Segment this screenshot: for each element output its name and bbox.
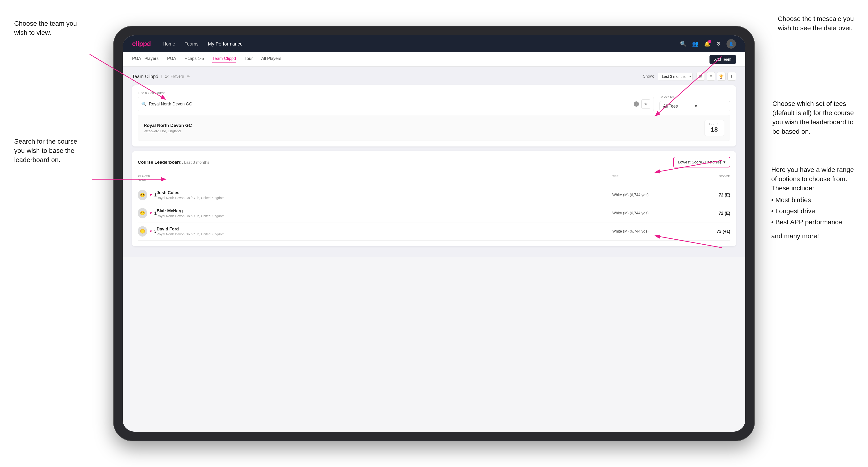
tab-pgat-players[interactable]: PGAT Players: [132, 56, 158, 63]
annotation-tees: Choose which set of tees(default is all)…: [772, 99, 854, 136]
player-count: 14 Players: [165, 74, 184, 79]
player-2-avatar: 🙂: [138, 208, 147, 218]
course-search-input[interactable]: [149, 102, 631, 106]
favorite-button[interactable]: ★: [641, 99, 650, 109]
leaderboard-card: Course Leaderboard, Last 3 months Lowest…: [132, 151, 736, 246]
player-2-rank: 1: [154, 211, 157, 216]
player-2-name: Blair McHarg: [157, 209, 612, 214]
player-1-heart: ♥: [150, 193, 152, 197]
edit-team-icon[interactable]: ✏: [187, 74, 190, 79]
player-row: 🙂 ♥ 1 Blair McHarg Royal North Devon Gol…: [138, 204, 730, 222]
list-view-button[interactable]: ≡: [707, 72, 715, 81]
course-result-info: Royal North Devon GC Westward Ho!, Engla…: [144, 123, 192, 133]
annotation-choose-team: Choose the team you wish to view.: [14, 19, 90, 37]
add-team-button[interactable]: Add Team: [710, 55, 736, 64]
find-course-label: Find a Golf Course: [138, 91, 654, 95]
option-app: Best APP performance: [771, 217, 854, 227]
subnav-tabs: PGAT Players PGA Hcaps 1-5 Team Clippd T…: [132, 56, 710, 63]
course-result-name: Royal North Devon GC: [144, 123, 192, 128]
ipad-screen: clippd Home Teams My Performance 🔍 👥 🔔 1…: [123, 35, 745, 432]
player-1-club: Royal North Devon Golf Club, United King…: [157, 196, 612, 200]
tee-select-dropdown[interactable]: All Tees ▾: [659, 101, 730, 111]
leaderboard-title: Course Leaderboard, Last 3 months: [138, 160, 209, 165]
ipad-device: clippd Home Teams My Performance 🔍 👥 🔔 1…: [113, 26, 755, 441]
avatar-button[interactable]: 👤: [726, 39, 736, 49]
score-type-button[interactable]: Lowest Score (18 holes) ▾: [673, 157, 730, 167]
annotation-choose-team-text: Choose the team you wish to view.: [14, 20, 77, 36]
bell-button[interactable]: 🔔 1: [704, 41, 710, 47]
subnav: PGAT Players PGA Hcaps 1-5 Team Clippd T…: [123, 52, 745, 66]
leaderboard-header: Course Leaderboard, Last 3 months Lowest…: [138, 157, 730, 167]
download-button[interactable]: ⬇: [727, 72, 736, 81]
chevron-down-icon: ▾: [695, 103, 727, 109]
main-content: Team Clippd | 14 Players ✏ Show: Last 3 …: [123, 66, 745, 257]
player-2-tee: White (M) (6,744 yds): [612, 211, 683, 215]
search-icon: 🔍: [141, 101, 147, 106]
trophy-button[interactable]: 🏆: [717, 72, 725, 81]
player-rank-2: 🙂 ♥ 1: [138, 208, 157, 218]
annotation-timescale: Choose the timescale youwish to see the …: [778, 14, 854, 33]
nav-teams[interactable]: Teams: [185, 41, 198, 47]
tab-tour[interactable]: Tour: [244, 56, 253, 63]
annotation-timescale-text: Choose the timescale youwish to see the …: [778, 15, 854, 32]
holes-label: Holes: [709, 123, 719, 126]
leaderboard-title-row: Course Leaderboard, Last 3 months: [138, 160, 209, 165]
course-search-group: Find a Golf Course 🔍 × ★: [138, 91, 654, 111]
nav-home[interactable]: Home: [162, 41, 175, 47]
grid-view-button[interactable]: ⊞: [696, 72, 705, 81]
team-controls: Show: Last 3 months ⊞ ≡ 🏆 ⬇: [643, 72, 736, 81]
player-2-heart: ♥: [150, 211, 152, 215]
player-1-rank: 1: [154, 193, 157, 198]
player-3-score: 73 (+1): [683, 229, 730, 234]
col-player-name-spacer: [157, 175, 612, 182]
player-3-info: David Ford Royal North Devon Golf Club, …: [157, 227, 612, 236]
player-3-heart: ♥: [150, 229, 152, 234]
team-header: Team Clippd | 14 Players ✏ Show: Last 3 …: [132, 72, 736, 81]
holes-number: 18: [709, 126, 719, 133]
clear-search-button[interactable]: ×: [634, 101, 639, 106]
col-tee: TEE: [612, 175, 683, 182]
nav-my-performance[interactable]: My Performance: [208, 41, 243, 47]
course-result-row: Royal North Devon GC Westward Ho!, Engla…: [138, 115, 730, 141]
score-type-label: Lowest Score (18 holes): [678, 160, 721, 165]
search-input-wrapper: 🔍 × ★: [138, 97, 654, 111]
leaderboard-table-header: PLAYER NAME TEE SCORE: [138, 172, 730, 184]
show-label: Show:: [643, 74, 654, 79]
annotation-search-course-text: Search for the courseyou wish to base th…: [14, 138, 78, 163]
users-button[interactable]: 👥: [692, 41, 699, 47]
col-score: SCORE: [683, 175, 730, 182]
notification-badge: 1: [708, 40, 711, 43]
team-name: Team Clippd: [132, 74, 158, 79]
player-1-avatar: 😊: [138, 190, 147, 200]
tee-label: Select Tee: [659, 95, 730, 99]
player-2-info: Blair McHarg Royal North Devon Golf Club…: [157, 209, 612, 218]
player-3-tee: White (M) (6,744 yds): [612, 229, 683, 234]
annotation-search-course: Search for the courseyou wish to base th…: [14, 137, 78, 165]
annotation-options: Here you have a wide rangeof options to …: [771, 165, 854, 241]
player-1-info: Josh Coles Royal North Devon Golf Club, …: [157, 190, 612, 200]
player-row: 😊 ♥ 1 Josh Coles Royal North Devon Golf …: [138, 186, 730, 204]
tee-value: All Tees: [663, 104, 695, 109]
annotation-tees-text: Choose which set of tees(default is all)…: [772, 100, 854, 135]
tab-all-players[interactable]: All Players: [261, 56, 281, 63]
score-chevron-icon: ▾: [723, 160, 725, 165]
settings-button[interactable]: ⚙: [716, 41, 721, 47]
nav-icons: 🔍 👥 🔔 1 ⚙ 👤: [680, 39, 736, 49]
player-3-avatar: 😐: [138, 226, 147, 237]
nav-links: Home Teams My Performance: [162, 41, 680, 47]
option-birdies: Most birdies: [771, 195, 854, 205]
course-search-row: Find a Golf Course 🔍 × ★ Select Tee All …: [138, 91, 730, 111]
search-button[interactable]: 🔍: [680, 41, 686, 47]
time-range-select[interactable]: Last 3 months: [658, 73, 692, 81]
tab-pga[interactable]: PGA: [167, 56, 176, 63]
course-search-card: Find a Golf Course 🔍 × ★ Select Tee All …: [132, 85, 736, 147]
tab-team-clippd[interactable]: Team Clippd: [212, 56, 236, 63]
option-drive: Longest drive: [771, 206, 854, 216]
player-1-tee: White (M) (6,744 yds): [612, 193, 683, 197]
tab-hcaps[interactable]: Hcaps 1-5: [184, 56, 204, 63]
annotation-options-title: Here you have a wide rangeof options to …: [771, 166, 854, 192]
player-2-score: 72 (E): [683, 211, 730, 216]
view-icons: ⊞ ≡ 🏆 ⬇: [696, 72, 736, 81]
player-2-club: Royal North Devon Golf Club, United King…: [157, 214, 612, 218]
annotation-footer: and many more!: [771, 231, 854, 241]
